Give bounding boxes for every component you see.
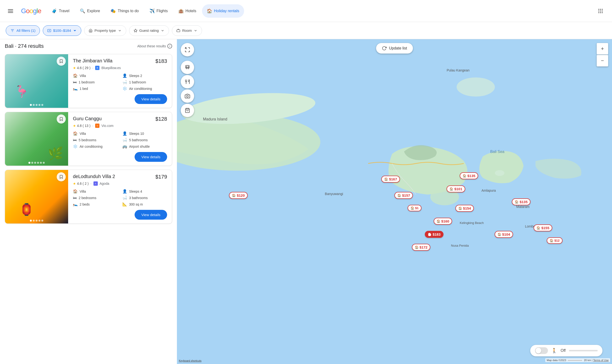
source-name-guru-canggu: Vio.com: [101, 124, 113, 128]
svg-marker-16: [134, 29, 137, 32]
tab-hotels[interactable]: 🏨 Hotels: [174, 4, 201, 18]
view-details-button-jimbaran[interactable]: View details: [135, 94, 167, 104]
filter-bar: All filters (1) $100–$184 Property type …: [0, 22, 612, 39]
source-name-jimbaran: Bluepillow.es: [101, 66, 121, 70]
dot: [36, 104, 38, 106]
save-button-delodtunduh[interactable]: [57, 172, 66, 182]
dot: [40, 162, 42, 164]
price-marker-154[interactable]: $154: [456, 205, 474, 212]
card-details-guru-canggu: 🏠 Villa 👤 Sleeps 10 🛏 5 bedrooms 🛁: [73, 131, 167, 149]
card-details-jimbaran: 🏠 Villa 👤 Sleeps 2 🛏 1 bedroom 🛁: [73, 73, 167, 91]
about-results[interactable]: About these results i: [137, 44, 172, 49]
card-header-delodtunduh: deLodtunduh Villa 2 $179: [73, 174, 167, 180]
tab-things-to-do[interactable]: 🎭 Things to do: [106, 4, 143, 18]
map-toggle-bar: 🚶 Off: [530, 345, 602, 356]
card-header-jimbaran: The Jimbaran Villa $183: [73, 58, 167, 64]
view-details-button-guru-canggu[interactable]: View details: [135, 152, 167, 162]
price-marker-183[interactable]: $183: [425, 231, 443, 238]
bed-icon: 🛏: [73, 80, 77, 84]
price-marker-135b[interactable]: $135: [512, 198, 530, 205]
zoom-in-button[interactable]: +: [597, 43, 608, 54]
property-price-guru-canggu: $128: [155, 116, 167, 122]
price-marker-160[interactable]: $160: [434, 218, 452, 225]
map-shopping-button[interactable]: [181, 104, 194, 117]
card-image-delodtunduh[interactable]: [5, 170, 68, 223]
price-marker-157[interactable]: $157: [394, 192, 413, 199]
star-icon: ★: [73, 66, 76, 70]
image-dots-jimbaran: [30, 104, 43, 106]
price-marker-120[interactable]: $120: [229, 192, 247, 199]
menu-icon[interactable]: [6, 6, 15, 16]
detail-beds-delodtunduh: 🛌 2 beds: [73, 202, 118, 207]
shuttle-icon: 🚌: [122, 144, 127, 149]
detail-type-delodtunduh: 🏠 Villa: [73, 189, 118, 194]
card-image-jimbaran[interactable]: [5, 54, 68, 108]
price-marker-104[interactable]: $104: [495, 231, 513, 238]
card-content-jimbaran: The Jimbaran Villa $183 ★ 4.6 (29) · B B…: [68, 54, 172, 108]
travel-icon: 🧳: [52, 8, 57, 14]
price-marker-155[interactable]: $155: [534, 224, 552, 231]
map-transit-button[interactable]: [181, 61, 194, 74]
dot: [33, 104, 35, 106]
source-logo-delodtunduh: A: [93, 182, 98, 186]
price-marker-small12[interactable]: $12: [547, 237, 562, 244]
detail-bathrooms-delodtunduh: 🛁 3 bathrooms: [122, 195, 167, 200]
property-type-filter-button[interactable]: Property type: [84, 25, 126, 36]
detail-bedrooms-jimbaran: 🛏 1 bedroom: [73, 80, 118, 84]
map-background[interactable]: [177, 39, 612, 364]
detail-shuttle-guru-canggu: 🚌 Airport shuttle: [122, 144, 167, 149]
map-restaurants-button[interactable]: [181, 75, 194, 89]
toggle-track[interactable]: [535, 347, 548, 354]
detail-ac-guru-canggu: ❄️ Air conditioning: [73, 144, 118, 149]
dot: [41, 220, 43, 221]
all-filters-button[interactable]: All filters (1): [6, 25, 40, 36]
price-marker-small1[interactable]: $1: [408, 205, 421, 211]
guest-rating-filter-button[interactable]: Guest rating: [129, 25, 169, 36]
zoom-out-button[interactable]: −: [597, 55, 608, 66]
price-marker-167[interactable]: $167: [381, 176, 400, 182]
tab-holiday-rentals[interactable]: 🏠 Holiday rentals: [202, 4, 244, 18]
price-marker-101[interactable]: $101: [447, 185, 465, 192]
price-marker-172[interactable]: $172: [412, 244, 430, 251]
svg-point-7: [600, 11, 601, 12]
person-icon: 👤: [122, 131, 127, 136]
header: Google 🧳 Travel 🔍 Explore 🎭 Things to do…: [0, 0, 612, 22]
view-details-button-delodtunduh[interactable]: View details: [135, 210, 167, 220]
toggle-slider[interactable]: [569, 350, 598, 351]
tab-travel[interactable]: 🧳 Travel: [47, 4, 74, 18]
image-dots-guru-canggu: [28, 162, 45, 164]
hotels-icon: 🏨: [178, 8, 183, 14]
svg-point-4: [600, 9, 601, 10]
tab-flights[interactable]: ✈️ Flights: [145, 4, 173, 18]
map-shrink-button[interactable]: [181, 43, 194, 56]
toggle-thumb: [535, 348, 541, 353]
price-marker-135a[interactable]: $135: [460, 172, 478, 179]
flights-icon: ✈️: [149, 8, 155, 14]
svg-point-27: [186, 95, 188, 97]
detail-bathrooms-guru-canggu: 🛁 5 bathrooms: [122, 138, 167, 142]
detail-type-guru-canggu: 🏠 Villa: [73, 131, 118, 136]
svg-point-11: [602, 12, 603, 13]
bed-icon: 🛏: [73, 196, 77, 200]
tab-explore[interactable]: 🔍 Explore: [75, 4, 105, 18]
rating-jimbaran: ★ 4.6 (29): [73, 66, 90, 70]
room-filter-button[interactable]: Room: [172, 25, 202, 36]
save-button-jimbaran[interactable]: [57, 57, 66, 66]
update-list-button[interactable]: Update list: [376, 43, 413, 53]
card-image-guru-canggu[interactable]: [5, 112, 68, 166]
apps-icon[interactable]: [595, 5, 606, 17]
map-panel[interactable]: Madura Island Bali Sea Pulau Kangean Ban…: [177, 39, 612, 364]
results-header: Bali · 274 results About these results i: [5, 43, 172, 49]
map-camera-button[interactable]: [181, 89, 194, 103]
ac-icon: ❄️: [122, 86, 127, 91]
property-name-guru-canggu: Guru Canggu: [73, 116, 102, 121]
home-icon: 🏠: [73, 73, 78, 78]
dot: [31, 162, 33, 164]
bed-icon: 🛏: [73, 138, 77, 142]
property-name-jimbaran: The Jimbaran Villa: [73, 58, 112, 64]
save-button-guru-canggu[interactable]: [57, 115, 66, 124]
property-card-jimbaran: The Jimbaran Villa $183 ★ 4.6 (29) · B B…: [5, 54, 172, 108]
price-filter-button[interactable]: $100–$184: [43, 25, 81, 36]
results-title: Bali · 274 results: [5, 43, 44, 49]
svg-point-9: [598, 12, 599, 13]
